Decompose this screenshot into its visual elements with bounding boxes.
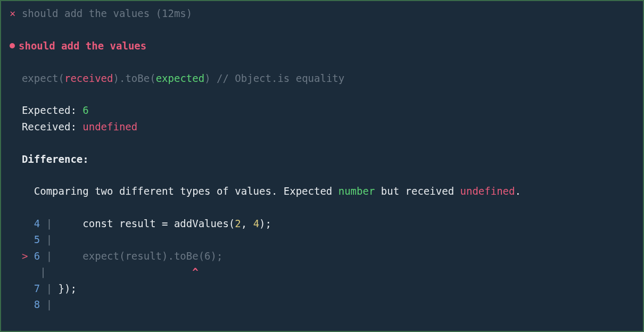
- failing-test-header: should add the values: [1, 38, 643, 54]
- blank-line: [1, 200, 643, 215]
- blank-line: [1, 86, 643, 102]
- assertion-comment: // Object.is equality: [211, 72, 345, 84]
- test-duration: (12ms): [156, 7, 193, 19]
- expected-value: 6: [82, 104, 88, 116]
- difference-detail: Comparing two different types of values.…: [1, 183, 643, 199]
- received-type: undefined: [460, 185, 515, 197]
- received-value-line: Received: undefined: [1, 119, 643, 135]
- code-line-5: 5 |: [1, 231, 643, 247]
- code-line-7: 7 | });: [1, 280, 643, 296]
- fail-marker-icon: ×: [10, 7, 15, 19]
- blank-line: [1, 167, 643, 183]
- error-line-marker: >: [22, 250, 34, 262]
- bullet-icon: [10, 43, 15, 48]
- expected-token: expected: [156, 72, 205, 84]
- received-token: received: [64, 72, 113, 84]
- test-summary-line: × should add the values (12ms): [1, 5, 643, 21]
- expected-value-line: Expected: 6: [1, 102, 643, 118]
- expected-type: number: [338, 185, 375, 197]
- difference-heading: Difference:: [1, 151, 643, 167]
- code-line-4: 4 | const result = addValues(2, 4);: [1, 215, 643, 231]
- assertion-line: expect(received).toBe(expected) // Objec…: [1, 70, 643, 86]
- blank-line: [1, 135, 643, 151]
- code-line-8: 8 |: [1, 296, 643, 312]
- code-line-6: > 6 | expect(result).toBe(6);: [1, 248, 643, 264]
- failing-test-name: should add the values: [19, 40, 146, 52]
- received-value: undefined: [82, 121, 137, 132]
- blank-line: [1, 54, 643, 70]
- blank-line: [1, 21, 643, 37]
- code-caret-line: | ^: [1, 264, 643, 280]
- test-name-summary: should add the values: [22, 7, 150, 19]
- caret-icon: ^: [192, 266, 198, 278]
